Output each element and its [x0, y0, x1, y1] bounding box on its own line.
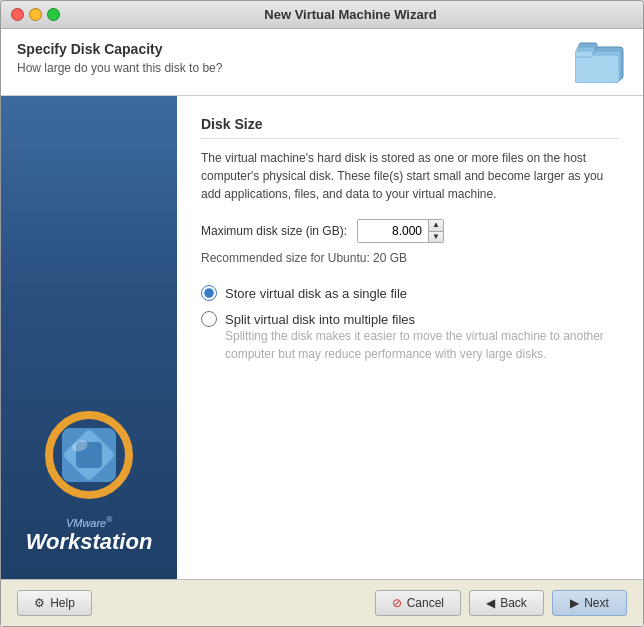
maximize-button[interactable] — [47, 8, 60, 21]
vmware-icon-svg — [44, 410, 134, 500]
header-text: Specify Disk Capacity How large do you w… — [17, 41, 222, 75]
title-bar: New Virtual Machine Wizard — [1, 1, 643, 29]
single-file-option[interactable]: Store virtual disk as a single file — [201, 285, 619, 301]
header: Specify Disk Capacity How large do you w… — [1, 29, 643, 96]
help-label: Help — [50, 596, 75, 610]
back-label: Back — [500, 596, 527, 610]
window-title: New Virtual Machine Wizard — [68, 7, 633, 22]
folders-icon-svg — [575, 37, 627, 83]
window: New Virtual Machine Wizard Specify Disk … — [0, 0, 644, 627]
page-title: Specify Disk Capacity — [17, 41, 222, 57]
back-icon: ◀ — [486, 596, 495, 610]
disk-size-row: Maximum disk size (in GB): ▲ ▼ — [201, 219, 619, 243]
vmware-logo-icon — [44, 410, 134, 503]
cancel-label: Cancel — [407, 596, 444, 610]
disk-description: The virtual machine's hard disk is store… — [201, 149, 619, 203]
single-file-radio[interactable] — [201, 285, 217, 301]
sidebar-brand: VMware® Workstation — [26, 515, 153, 555]
next-label: Next — [584, 596, 609, 610]
disk-size-label: Maximum disk size (in GB): — [201, 224, 347, 238]
single-file-label: Store virtual disk as a single file — [225, 286, 407, 301]
spinner-up-button[interactable]: ▲ — [429, 220, 443, 232]
disk-size-spinner[interactable]: ▲ ▼ — [357, 219, 444, 243]
help-button[interactable]: ⚙ Help — [17, 590, 92, 616]
back-button[interactable]: ◀ Back — [469, 590, 544, 616]
disk-size-input[interactable] — [358, 220, 428, 242]
main-panel: Disk Size The virtual machine's hard dis… — [177, 96, 643, 579]
spinner-buttons: ▲ ▼ — [428, 220, 443, 242]
footer-right-buttons: ⊘ Cancel ◀ Back ▶ Next — [375, 590, 627, 616]
cancel-button[interactable]: ⊘ Cancel — [375, 590, 461, 616]
svg-rect-4 — [575, 55, 619, 83]
traffic-lights — [11, 8, 60, 21]
help-icon: ⚙ — [34, 596, 45, 610]
content-area: VMware® Workstation Disk Size The virtua… — [1, 96, 643, 579]
sidebar-vmware-text: VMware® — [26, 515, 153, 529]
spinner-down-button[interactable]: ▼ — [429, 232, 443, 243]
multiple-files-group: Split virtual disk into multiple files S… — [201, 311, 619, 363]
multiple-files-option[interactable]: Split virtual disk into multiple files — [201, 311, 619, 327]
recommended-text: Recommended size for Ubuntu: 20 GB — [201, 251, 619, 265]
close-button[interactable] — [11, 8, 24, 21]
next-icon: ▶ — [570, 596, 579, 610]
split-description: Splitting the disk makes it easier to mo… — [225, 327, 619, 363]
disk-type-radio-group: Store virtual disk as a single file Spli… — [201, 285, 619, 363]
page-subtitle: How large do you want this disk to be? — [17, 61, 222, 75]
header-icon — [575, 37, 627, 83]
multiple-files-label: Split virtual disk into multiple files — [225, 312, 415, 327]
sidebar-product-text: Workstation — [26, 529, 153, 555]
minimize-button[interactable] — [29, 8, 42, 21]
multiple-files-radio[interactable] — [201, 311, 217, 327]
next-button[interactable]: ▶ Next — [552, 590, 627, 616]
section-title: Disk Size — [201, 116, 619, 139]
sidebar: VMware® Workstation — [1, 96, 177, 579]
footer: ⚙ Help ⊘ Cancel ◀ Back ▶ Next — [1, 579, 643, 626]
cancel-icon: ⊘ — [392, 596, 402, 610]
svg-rect-5 — [575, 51, 593, 57]
